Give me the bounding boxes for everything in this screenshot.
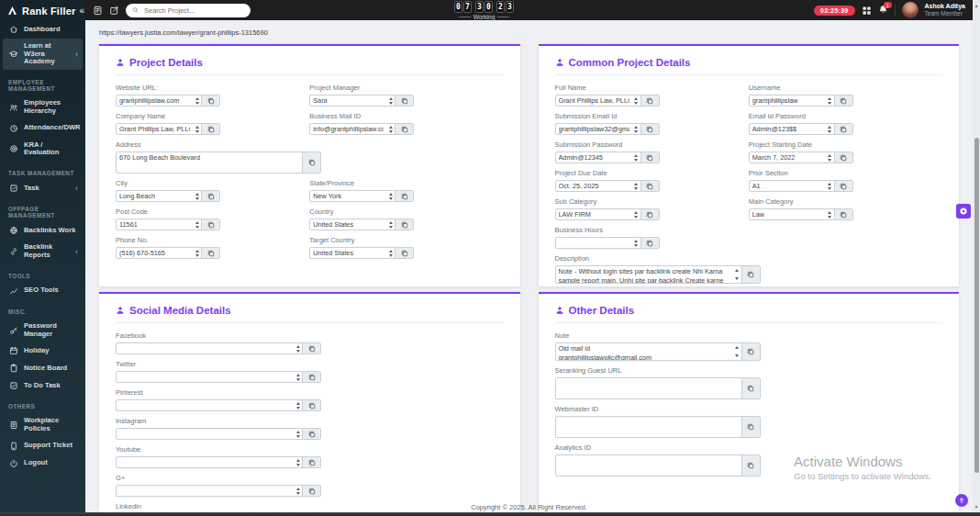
input-full-name[interactable] [556, 95, 632, 106]
sidebar-item-task[interactable]: Task‹ [3, 180, 83, 196]
sidebar-item-attendance-dwr[interactable]: Attendance/DWR [3, 120, 83, 137]
copy-button[interactable] [640, 209, 659, 219]
number-spinner[interactable] [632, 238, 640, 248]
number-spinner[interactable] [386, 248, 395, 258]
input-facebook[interactable] [117, 343, 294, 353]
copy-button[interactable] [302, 429, 320, 439]
number-spinner[interactable] [632, 95, 640, 106]
number-spinner[interactable] [632, 152, 640, 163]
number-spinner[interactable] [193, 95, 201, 106]
copy-button[interactable] [834, 181, 852, 191]
input-prior-section[interactable] [750, 181, 826, 191]
sidebar-item-dashboard[interactable]: Dashboard [3, 21, 83, 38]
input-webmaster-id[interactable] [556, 417, 741, 437]
number-spinner[interactable] [193, 248, 201, 258]
number-spinner[interactable] [193, 191, 201, 201]
copy-button[interactable] [201, 124, 219, 134]
input-seranking-guest-url[interactable] [556, 378, 741, 398]
copy-button[interactable] [201, 191, 219, 201]
copy-button[interactable] [302, 372, 320, 382]
number-spinner[interactable] [386, 95, 395, 106]
copy-button[interactable] [834, 152, 852, 163]
sidebar-item-seo-tools[interactable]: SEO Tools [3, 283, 83, 299]
input-project-manager[interactable] [310, 95, 386, 106]
input-target-country[interactable] [310, 248, 386, 258]
copy-button[interactable] [302, 486, 320, 496]
number-spinner[interactable] [294, 429, 302, 439]
notification-bell-icon[interactable]: 1 [878, 5, 888, 16]
input-sub-category[interactable] [556, 209, 632, 219]
scrollbar-thumb[interactable] [974, 138, 979, 473]
input-description[interactable] [556, 266, 733, 283]
number-spinner[interactable] [826, 181, 834, 191]
number-spinner[interactable] [386, 124, 395, 134]
copy-button[interactable] [741, 266, 760, 283]
input-submission-email-id[interactable] [556, 124, 632, 134]
input-youtube[interactable] [117, 457, 294, 467]
sidebar-item-to-do-task[interactable]: To Do Task [3, 377, 83, 394]
copy-button[interactable] [834, 124, 852, 134]
input-business-hours[interactable] [556, 238, 632, 248]
number-spinner[interactable] [294, 400, 302, 410]
number-spinner[interactable] [826, 209, 834, 219]
sidebar-item-learn-at-w3era-academy[interactable]: Learn at W3era Academy‹ [3, 39, 83, 70]
copy-button[interactable] [302, 400, 320, 410]
input-country[interactable] [310, 219, 386, 230]
input-website-url[interactable] [117, 95, 193, 106]
sidebar-item-workplace-policies[interactable]: Workplace Policies [3, 413, 83, 436]
copy-button[interactable] [395, 219, 413, 230]
copy-button[interactable] [201, 248, 219, 258]
input-twitter[interactable] [117, 372, 294, 382]
input-post-code[interactable] [117, 219, 193, 230]
settings-gear-button[interactable] [956, 204, 971, 219]
scroll-to-top-button[interactable] [955, 494, 968, 507]
number-spinner[interactable] [294, 372, 302, 382]
number-spinner[interactable] [632, 209, 640, 219]
input-address[interactable] [117, 152, 302, 173]
number-spinner[interactable] [294, 486, 302, 496]
number-spinner[interactable] [632, 181, 640, 191]
number-spinner[interactable] [733, 266, 741, 283]
copy-button[interactable] [834, 95, 852, 106]
copy-button[interactable] [395, 248, 413, 258]
number-spinner[interactable] [193, 219, 201, 230]
number-spinner[interactable] [733, 343, 741, 360]
copy-button[interactable] [395, 191, 413, 201]
time-badge[interactable]: 03:25:39 [814, 6, 854, 16]
copy-button[interactable] [640, 181, 659, 191]
copy-button[interactable] [201, 95, 219, 106]
copy-button[interactable] [302, 343, 320, 353]
number-spinner[interactable] [826, 124, 834, 134]
number-spinner[interactable] [386, 191, 395, 201]
input-email-id-password[interactable] [750, 124, 826, 134]
input-main-category[interactable] [750, 209, 826, 219]
copy-button[interactable] [741, 417, 760, 437]
sidebar-item-kra-evaluation[interactable]: KRA / Evaluation [3, 138, 83, 161]
input-analytics-id[interactable] [556, 455, 741, 476]
input-instagram[interactable] [117, 429, 294, 439]
apps-grid-icon[interactable] [862, 6, 872, 16]
input-submission-password[interactable] [556, 152, 632, 163]
input-business-mail-id[interactable] [310, 124, 386, 134]
number-spinner[interactable] [193, 124, 201, 134]
sidebar-item-employees-hierarchy[interactable]: Employees Hierarchy [3, 95, 83, 118]
input-state-province[interactable] [310, 191, 386, 201]
copy-button[interactable] [302, 457, 320, 467]
input-company-name[interactable] [117, 124, 193, 134]
sidebar-item-support-ticket[interactable]: Support Ticket [3, 438, 83, 454]
copy-button[interactable] [741, 378, 760, 398]
input-note[interactable] [556, 343, 733, 360]
compose-icon[interactable] [109, 6, 119, 16]
sidebar-item-notice-board[interactable]: Notice Board [3, 360, 83, 376]
input-project-starting-date[interactable] [750, 152, 826, 163]
number-spinner[interactable] [386, 219, 395, 230]
copy-button[interactable] [640, 95, 659, 106]
copy-button[interactable] [741, 343, 760, 360]
copy-button[interactable] [741, 455, 760, 476]
input-username[interactable] [750, 95, 826, 106]
input-phone-no[interactable] [117, 248, 193, 258]
copy-button[interactable] [640, 238, 659, 248]
journal-icon[interactable] [93, 6, 103, 16]
vertical-scrollbar[interactable]: ▲ ▼ [973, 0, 980, 516]
sidebar-collapse-icon[interactable]: « [79, 6, 84, 16]
